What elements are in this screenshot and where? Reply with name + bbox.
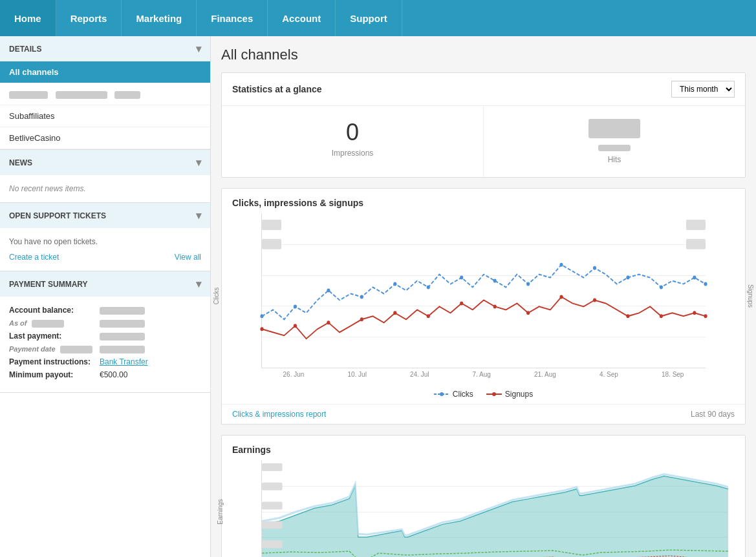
impressions-stat: 0 Impressions: [222, 106, 484, 177]
clicks-impressions-report-link[interactable]: Clicks & impressions report: [232, 410, 326, 419]
svg-point-6: [460, 276, 463, 280]
support-chevron: ▾: [196, 209, 201, 222]
blur-3: [114, 91, 140, 99]
news-section: NEWS ▾ No recent news items.: [0, 150, 210, 203]
svg-point-4: [393, 282, 396, 286]
nav-finances[interactable]: Finances: [197, 0, 268, 36]
last-payment-label: Last payment:: [9, 331, 100, 341]
payment-instructions-value: Bank Transfer: [100, 357, 148, 366]
last-payment-row: Last payment:: [9, 331, 201, 341]
details-header[interactable]: DETAILS ▾: [0, 36, 210, 61]
blur-1: [9, 91, 48, 99]
svg-point-15: [260, 327, 263, 331]
earnings-y-label: Earnings: [217, 499, 224, 524]
nav-home[interactable]: Home: [0, 0, 56, 36]
signups-legend-icon: [486, 391, 502, 397]
svg-point-1: [294, 304, 297, 308]
earnings-blur-5: [262, 540, 283, 548]
support-links: Create a ticket View all: [9, 253, 201, 262]
svg-point-24: [559, 295, 563, 299]
news-header[interactable]: NEWS ▾: [0, 150, 210, 175]
legend-clicks: Clicks: [434, 390, 473, 399]
earnings-blur-4: [262, 521, 283, 529]
payment-header[interactable]: PAYMENT SUMMARY ▾: [0, 271, 210, 297]
page-layout: DETAILS ▾ All channels Subaffiliates Bet…: [0, 36, 756, 557]
no-news-message: No recent news items.: [0, 175, 210, 202]
svg-point-12: [660, 286, 663, 289]
nav-marketing[interactable]: Marketing: [122, 0, 197, 36]
nav-reports[interactable]: Reports: [56, 0, 122, 36]
sidebar-betlivecasino[interactable]: BetliveCasino: [0, 127, 210, 149]
details-chevron: ▾: [196, 43, 201, 55]
x-label-4: 7. Aug: [473, 371, 491, 378]
sidebar: DETAILS ▾ All channels Subaffiliates Bet…: [0, 36, 211, 557]
earnings-blur-3: [262, 502, 283, 510]
svg-point-10: [593, 266, 596, 270]
chart-blur-4: [686, 239, 706, 249]
hits-label: Hits: [608, 155, 621, 164]
svg-point-16: [294, 324, 297, 328]
as-of-row: As of: [9, 319, 201, 328]
svg-point-22: [493, 304, 497, 308]
support-header[interactable]: OPEN SUPPORT TICKETS ▾: [0, 203, 210, 228]
clicks-chart-container: [261, 213, 706, 368]
as-of-blur: [32, 320, 64, 328]
sidebar-subaffiliates[interactable]: Subaffiliates: [0, 105, 210, 127]
create-ticket-link[interactable]: Create a ticket: [9, 253, 59, 262]
svg-point-29: [704, 314, 707, 318]
impressions-label: Impressions: [235, 149, 470, 158]
payment-section: PAYMENT SUMMARY ▾ Account balance: As of: [0, 271, 210, 393]
main-nav: Home Reports Marketing Finances Account …: [0, 0, 756, 36]
earnings-chart-container: [261, 460, 728, 557]
chart-footer: Clicks & impressions report Last 90 days: [222, 404, 745, 424]
stats-card-header: Statistics at a glance This month: [222, 73, 745, 106]
payment-instructions-row: Payment instructions: Bank Transfer: [9, 357, 201, 366]
as-of-text: As of: [9, 319, 27, 327]
svg-point-13: [693, 276, 696, 280]
impressions-value: 0: [235, 119, 470, 146]
earnings-area: Earnings: [222, 460, 745, 557]
period-select[interactable]: This month: [671, 81, 735, 98]
svg-point-19: [393, 311, 396, 315]
nav-account[interactable]: Account: [268, 0, 336, 36]
details-label: DETAILS: [9, 45, 41, 54]
payment-date-value-blur: [100, 346, 145, 353]
no-tickets-message: You have no open tickets.: [9, 237, 201, 246]
nav-support[interactable]: Support: [336, 0, 402, 36]
clicks-chart-card: Clicks, impressions & signups Clicks Sig…: [221, 188, 746, 425]
minimum-payout-value: €500.00: [100, 370, 127, 379]
x-label-2: 10. Jul: [347, 371, 366, 378]
chart-blur-3: [686, 220, 706, 230]
sidebar-blurred-item-1[interactable]: [0, 83, 210, 105]
legend-signups: Signups: [486, 390, 533, 399]
clicks-dots: [260, 263, 707, 319]
sidebar-all-channels[interactable]: All channels: [0, 61, 210, 83]
svg-point-3: [360, 295, 363, 299]
minimum-payout-label: Minimum payout:: [9, 370, 100, 379]
svg-point-2: [327, 289, 330, 293]
earnings-title: Earnings: [222, 436, 745, 460]
view-all-link[interactable]: View all: [175, 253, 201, 262]
bank-transfer-link[interactable]: Bank Transfer: [100, 357, 148, 366]
details-section: DETAILS ▾ All channels Subaffiliates Bet…: [0, 36, 210, 150]
svg-point-28: [693, 311, 696, 315]
svg-point-27: [660, 314, 663, 318]
svg-point-9: [559, 263, 563, 267]
payment-date-value: [100, 344, 145, 353]
svg-point-11: [626, 276, 629, 280]
as-of-value-blur: [100, 320, 145, 328]
x-label-7: 18. Sep: [662, 371, 684, 378]
svg-point-0: [260, 314, 263, 318]
svg-point-20: [427, 314, 430, 318]
balance-blur: [100, 307, 145, 315]
chart-blur-2: [262, 239, 281, 249]
svg-point-8: [526, 282, 530, 286]
account-balance-label: Account balance:: [9, 306, 100, 315]
support-label: OPEN SUPPORT TICKETS: [9, 211, 106, 220]
blur-2: [56, 91, 107, 99]
svg-point-33: [492, 392, 496, 396]
chart-area: Clicks Signups: [222, 213, 745, 384]
hits-value-blur: [589, 119, 640, 138]
clicks-signups-svg: [262, 213, 706, 368]
signups-y-label: Signups: [746, 284, 753, 307]
